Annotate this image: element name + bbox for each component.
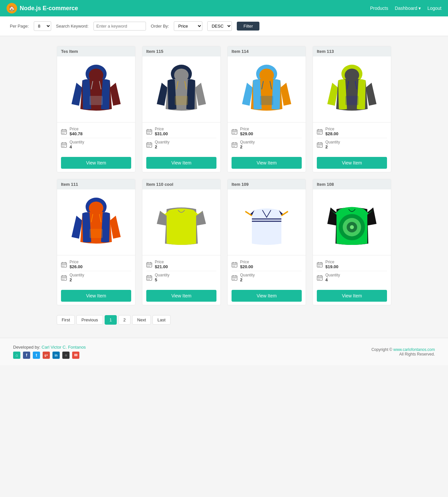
view-item-button[interactable]: View Item <box>61 290 131 302</box>
product-info: Price $20.00 Quantity 2 <box>228 255 306 287</box>
svg-rect-163 <box>318 265 319 265</box>
product-title: Tes Item <box>57 46 135 56</box>
svg-rect-122 <box>148 266 148 267</box>
view-item-button[interactable]: View Item <box>232 157 302 169</box>
github-icon[interactable]: ○ <box>62 352 70 359</box>
product-card: Item 111 <box>57 179 135 305</box>
product-image <box>228 56 306 122</box>
pagination-next[interactable]: Next <box>132 315 151 325</box>
product-card: Item 108 Price $1 <box>313 179 391 305</box>
view-item-button[interactable]: View Item <box>232 290 302 302</box>
svg-rect-11 <box>65 132 66 132</box>
nav-products[interactable]: Products <box>370 6 388 11</box>
quantity-row: Quantity 2 <box>146 138 216 151</box>
svg-rect-87 <box>318 145 319 145</box>
price-value: $28.00 <box>325 131 338 136</box>
filter-bar: Per Page: 4 8 12 16 Search Keyword: Orde… <box>0 16 448 36</box>
pagination-previous[interactable]: Previous <box>76 315 103 325</box>
per-page-select[interactable]: 4 8 12 16 <box>34 21 51 31</box>
facebook-icon[interactable]: f <box>23 352 30 359</box>
svg-rect-68 <box>234 146 235 147</box>
quantity-value: 4 <box>325 277 340 282</box>
pagination-last[interactable]: Last <box>153 315 171 325</box>
quantity-row: Quantity 2 <box>317 138 387 151</box>
price-row: Price $26.00 <box>61 258 131 271</box>
svg-rect-19 <box>64 145 64 145</box>
quantity-icon <box>317 142 323 148</box>
order-by-select[interactable]: Price Name Quantity <box>174 21 202 31</box>
footer-left: Developed by: Carl Victor C. Fontanos ⌂ … <box>13 345 86 359</box>
product-info: Price $26.00 Quantity 2 <box>57 255 135 287</box>
product-info: Price $28.00 Quantity 2 <box>313 122 391 154</box>
nav-logout[interactable]: Logout <box>427 6 441 11</box>
googleplus-icon[interactable]: g+ <box>43 352 50 359</box>
product-card: Item 110 cool Price $21.00 <box>142 179 221 305</box>
svg-rect-154 <box>234 279 235 280</box>
svg-rect-174 <box>321 278 321 278</box>
search-input[interactable] <box>93 22 146 31</box>
view-item-button[interactable]: View Item <box>317 157 387 169</box>
svg-rect-25 <box>175 96 188 105</box>
price-value: $29.00 <box>240 131 253 136</box>
price-value: $31.00 <box>155 131 168 136</box>
pagination-page-1[interactable]: 1 <box>105 315 117 325</box>
pagination-first[interactable]: First <box>57 315 75 325</box>
developer-link[interactable]: Carl Victor C. Fontanos <box>42 345 86 350</box>
svg-rect-103 <box>65 265 66 265</box>
quantity-value: 5 <box>155 277 170 282</box>
pagination-page-2[interactable]: 2 <box>118 315 131 325</box>
twitter-icon[interactable]: t <box>33 352 40 359</box>
price-icon <box>61 129 67 135</box>
quantity-row: Quantity 2 <box>232 271 302 284</box>
svg-rect-119 <box>148 265 148 265</box>
svg-rect-36 <box>149 133 150 134</box>
svg-rect-105 <box>64 266 64 267</box>
price-icon <box>146 262 152 268</box>
svg-rect-91 <box>319 146 320 147</box>
brand-title: Node.js E-commerce <box>20 5 78 12</box>
nav-dashboard[interactable]: Dashboard ▾ <box>395 6 421 11</box>
linkedin-icon[interactable]: in <box>52 352 60 359</box>
view-item-button[interactable]: View Item <box>317 290 387 302</box>
price-row: Price $40.78 <box>61 125 131 138</box>
svg-rect-88 <box>319 145 320 145</box>
svg-rect-18 <box>62 145 63 145</box>
svg-rect-164 <box>319 265 320 265</box>
price-value: $19.00 <box>325 264 338 269</box>
quantity-row: Quantity 2 <box>61 271 131 284</box>
home-icon[interactable]: ⌂ <box>13 352 20 359</box>
view-item-button[interactable]: View Item <box>146 157 216 169</box>
svg-rect-13 <box>64 133 64 134</box>
search-label: Search Keyword: <box>56 24 89 29</box>
brand: 🏠 Node.js E-commerce <box>7 3 370 13</box>
product-card: Item 114 <box>227 46 306 172</box>
svg-rect-152 <box>235 278 236 278</box>
quantity-value: 2 <box>240 277 255 282</box>
quantity-icon <box>146 275 152 281</box>
svg-rect-173 <box>319 278 320 278</box>
price-label: Price <box>155 260 168 264</box>
price-row: Price $28.00 <box>317 125 387 138</box>
svg-rect-35 <box>148 133 148 134</box>
copyright-link[interactable]: www.carlofontanos.com <box>393 347 435 352</box>
price-icon <box>317 129 323 135</box>
svg-rect-165 <box>321 265 321 265</box>
quantity-label: Quantity <box>325 273 340 277</box>
svg-rect-151 <box>234 278 235 278</box>
product-title: Item 113 <box>313 46 391 56</box>
price-row: Price $19.00 <box>317 258 387 271</box>
price-row: Price $20.00 <box>232 258 302 271</box>
quantity-icon <box>61 142 67 148</box>
svg-rect-142 <box>234 265 235 265</box>
view-item-button[interactable]: View Item <box>61 157 131 169</box>
svg-rect-64 <box>233 145 234 145</box>
email-icon[interactable]: ✉ <box>72 352 79 359</box>
quantity-icon <box>232 275 237 281</box>
svg-rect-56 <box>234 132 235 132</box>
product-image <box>57 56 135 122</box>
price-label: Price <box>240 260 253 264</box>
svg-rect-44 <box>148 146 148 147</box>
filter-button[interactable]: Filter <box>237 22 259 31</box>
view-item-button[interactable]: View Item <box>146 290 216 302</box>
order-dir-select[interactable]: ASC DESC <box>207 21 232 31</box>
